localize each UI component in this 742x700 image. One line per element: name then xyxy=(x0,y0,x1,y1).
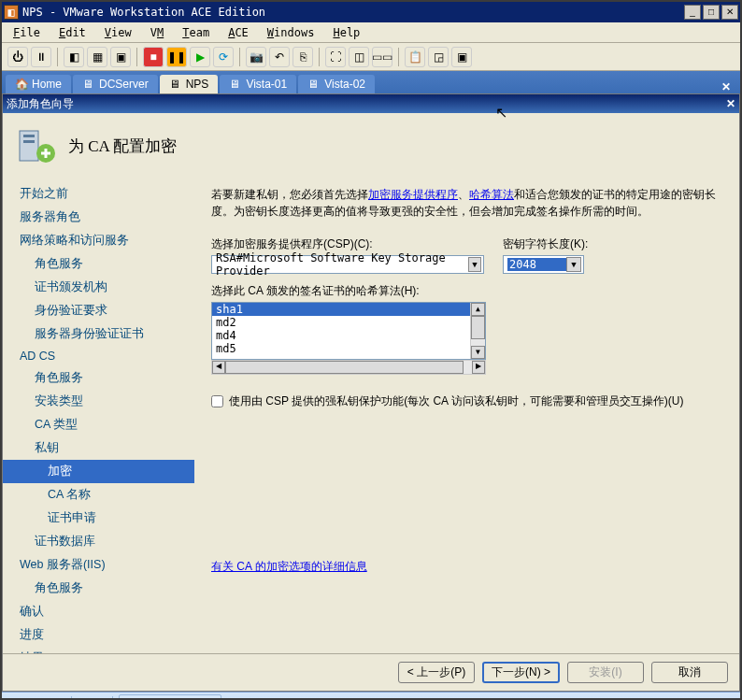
list-item[interactable]: sha1 xyxy=(212,303,485,316)
thumbnails-icon[interactable]: ▦ xyxy=(87,47,107,67)
summary-icon[interactable]: 📋 xyxy=(405,47,425,67)
nav-item[interactable]: AD CS xyxy=(3,346,194,366)
menu-edit[interactable]: Edit xyxy=(51,24,93,41)
tab-nps[interactable]: 🖥NPS xyxy=(160,75,219,93)
nav-item[interactable]: 身份验证要求 xyxy=(3,299,194,322)
menu-vm[interactable]: VM xyxy=(143,24,171,41)
nav-item[interactable]: 开始之前 xyxy=(3,182,194,206)
nav-item[interactable]: 进度 xyxy=(3,623,194,647)
minimize-button[interactable]: _ xyxy=(684,5,701,20)
tabbar: 🏠Home 🖥DCServer 🖥NPS 🖥Vista-01 🖥Vista-02… xyxy=(2,71,740,93)
snapshot-manager-icon[interactable]: ⎘ xyxy=(293,47,313,67)
sidebar-icon[interactable]: ◧ xyxy=(64,47,84,67)
cancel-button[interactable]: 取消 xyxy=(651,662,728,683)
list-item[interactable]: md5 xyxy=(212,342,485,355)
console-view-icon[interactable]: ▣ xyxy=(451,47,472,67)
nav-item[interactable]: 服务器身份验证证书 xyxy=(3,322,194,346)
suspend-icon[interactable]: ⏸ xyxy=(31,47,51,67)
tab-home[interactable]: 🏠Home xyxy=(6,75,71,93)
taskbar-item-server-manager[interactable]: 🗄 服务器管理器 xyxy=(119,694,221,700)
titlebar: ◧ NPS - VMware Workstation ACE Edition _… xyxy=(2,2,740,22)
nav-item[interactable]: 确认 xyxy=(3,600,194,623)
revert-icon[interactable]: ↶ xyxy=(269,47,290,67)
nav-item[interactable]: 证书颁发机构 xyxy=(3,276,194,299)
window-title: NPS - VMware Workstation ACE Edition xyxy=(22,6,684,19)
hash-listbox[interactable]: sha1 md2 md4 md5 ▲ ▼ xyxy=(211,302,486,360)
multimon-icon[interactable]: ▭▭ xyxy=(372,47,392,67)
scroll-up-icon[interactable]: ▲ xyxy=(471,303,485,316)
menu-file[interactable]: File xyxy=(6,24,48,41)
menu-ace[interactable]: ACE xyxy=(221,24,256,41)
scroll-thumb[interactable] xyxy=(471,316,485,339)
prev-button[interactable]: < 上一步(P) xyxy=(398,662,475,683)
nav-item[interactable]: 证书申请 xyxy=(3,507,194,530)
nav-item[interactable]: 结果 xyxy=(3,647,194,653)
start-button[interactable]: 开始 xyxy=(6,696,65,700)
play-icon[interactable]: ▶ xyxy=(190,47,210,67)
wizard-window-title: 添加角色向导 xyxy=(7,96,726,112)
more-info-link[interactable]: 有关 CA 的加密选项的详细信息 xyxy=(211,559,722,575)
snapshot-icon[interactable]: 📷 xyxy=(246,47,266,67)
svg-rect-2 xyxy=(23,140,35,143)
server-icon xyxy=(16,125,57,166)
guest-taskbar: 开始 🖥 📁 🗄 服务器管理器 🛡 🔊 🌐 ⚙ ㊥ 10:21 ▭ xyxy=(2,692,740,700)
close-button[interactable]: ✕ xyxy=(721,5,738,20)
csp-link[interactable]: 加密服务提供程序 xyxy=(368,188,458,201)
menu-windows[interactable]: Windows xyxy=(260,24,322,41)
csp-select[interactable]: RSA#Microsoft Software Key Storage Provi… xyxy=(211,255,484,274)
reset-icon[interactable]: ⟳ xyxy=(213,47,234,67)
scroll-left-icon[interactable]: ◀ xyxy=(212,361,225,374)
app-icon: ◧ xyxy=(4,5,19,20)
home-icon: 🏠 xyxy=(15,78,28,91)
nav-item[interactable]: CA 类型 xyxy=(3,413,194,436)
nav-item[interactable]: Web 服务器(IIS) xyxy=(3,553,194,577)
wizard-titlebar: 添加角色向导 ↖ ✕ xyxy=(3,94,739,113)
wizard-footer: < 上一步(P) 下一步(N) > 安装(I) 取消 xyxy=(3,653,739,691)
tab-close-icon[interactable]: ✕ xyxy=(716,80,736,93)
list-item[interactable]: md4 xyxy=(212,329,485,342)
tab-dcserver[interactable]: 🖥DCServer xyxy=(73,75,158,93)
csp-label: 选择加密服务提供程序(CSP)(C): xyxy=(211,236,484,252)
toolbar: ⏻ ⏸ ◧ ▦ ▣ ■ ❚❚ ▶ ⟳ 📷 ↶ ⎘ ⛶ ◫ ▭▭ 📋 ◲ ▣ xyxy=(2,43,740,71)
description-text: 若要新建私钥，您必须首先选择加密服务提供程序、哈希算法和适合您颁发的证书的特定用… xyxy=(211,186,722,220)
maximize-button[interactable]: □ xyxy=(703,5,720,20)
nav-item[interactable]: 角色服务 xyxy=(3,577,194,600)
nav-item[interactable]: 私钥 xyxy=(3,436,194,460)
appliance-icon[interactable]: ◲ xyxy=(428,47,449,67)
fullscreen-icon[interactable]: ⛶ xyxy=(325,47,346,67)
nav-item[interactable]: 证书数据库 xyxy=(3,530,194,553)
hash-link[interactable]: 哈希算法 xyxy=(469,188,514,201)
dropdown-arrow-icon[interactable]: ▼ xyxy=(468,257,481,272)
nav-item[interactable]: 服务器角色 xyxy=(3,206,194,229)
pause-icon[interactable]: ❚❚ xyxy=(166,47,187,67)
dropdown-arrow-icon[interactable]: ▼ xyxy=(566,257,581,272)
nav-item[interactable]: 网络策略和访问服务 xyxy=(3,229,194,252)
menu-team[interactable]: Team xyxy=(175,24,217,41)
strong-key-checkbox[interactable] xyxy=(211,395,223,407)
power-off-icon[interactable]: ⏻ xyxy=(7,47,28,67)
nav-item[interactable]: 角色服务 xyxy=(3,366,194,390)
wizard-close-icon[interactable]: ✕ xyxy=(726,97,735,110)
install-button[interactable]: 安装(I) xyxy=(567,662,644,683)
page-title: 为 CA 配置加密 xyxy=(68,136,177,157)
keylen-select[interactable]: 2048 ▼ xyxy=(503,255,584,274)
nav-item[interactable]: 加密 xyxy=(3,460,194,483)
tab-vista01[interactable]: 🖥Vista-01 xyxy=(220,75,296,93)
nav-item[interactable]: 安装类型 xyxy=(3,390,194,413)
scroll-thumb[interactable] xyxy=(225,361,464,374)
unity-icon[interactable]: ◫ xyxy=(349,47,369,67)
list-item[interactable]: md2 xyxy=(212,316,485,329)
menu-help[interactable]: Help xyxy=(325,24,367,41)
console-icon[interactable]: ▣ xyxy=(110,47,131,67)
next-button[interactable]: 下一步(N) > xyxy=(482,662,560,683)
stop-icon[interactable]: ■ xyxy=(143,47,164,67)
nav-item[interactable]: CA 名称 xyxy=(3,483,194,507)
scroll-right-icon[interactable]: ▶ xyxy=(472,361,485,374)
monitor-icon: 🖥 xyxy=(82,78,95,91)
horizontal-scrollbar[interactable]: ◀ ▶ xyxy=(211,360,486,375)
tab-vista02[interactable]: 🖥Vista-02 xyxy=(298,75,375,93)
vertical-scrollbar[interactable]: ▲ ▼ xyxy=(470,303,485,359)
menu-view[interactable]: View xyxy=(97,24,139,41)
nav-item[interactable]: 角色服务 xyxy=(3,252,194,276)
scroll-down-icon[interactable]: ▼ xyxy=(471,346,485,359)
